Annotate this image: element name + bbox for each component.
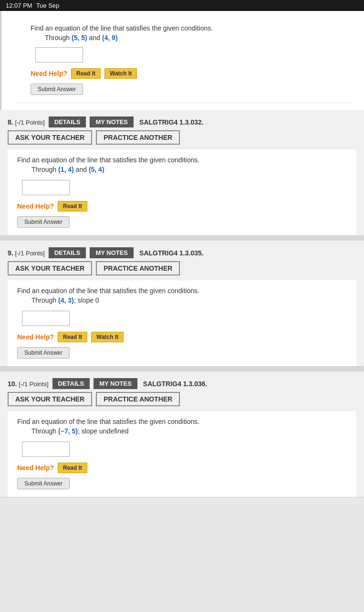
- q8-question-text: Find an equation of the line that satisf…: [17, 156, 347, 164]
- question-block-9: 9. [-/1 Points] DETAILS MY NOTES SALGTRI…: [0, 241, 364, 367]
- q10-read-it-button[interactable]: Read It: [58, 463, 87, 473]
- q9-need-help-label: Need Help?: [17, 333, 54, 341]
- q8-number: 8. [-/1 Points]: [8, 118, 45, 126]
- q8-submit-button[interactable]: Submit Answer: [17, 216, 70, 228]
- q9-my-notes-button[interactable]: MY NOTES: [90, 247, 134, 258]
- q9-details-button[interactable]: DETAILS: [49, 247, 86, 258]
- q8-through-text: Through (1, 4) and (5, 4): [31, 166, 347, 173]
- q9-read-it-button[interactable]: Read It: [58, 332, 87, 342]
- status-bar: 12:07 PM Tue Sep: [0, 0, 364, 11]
- q9-salgtrig: SALGTRIG4 1.3.035.: [139, 249, 204, 257]
- q8-my-notes-button[interactable]: MY NOTES: [90, 116, 134, 127]
- q8-answer-input[interactable]: [22, 180, 70, 195]
- q9-watch-it-button[interactable]: Watch It: [91, 332, 124, 342]
- prev-question-text: Find an equation of the line that satisf…: [31, 24, 338, 32]
- q10-salgtrig: SALGTRIG4 1.3.036.: [143, 380, 208, 388]
- q10-through-text: Through (−7, 5); slope undefined: [31, 427, 347, 435]
- prev-read-it-button[interactable]: Read It: [71, 68, 101, 79]
- q10-question-text: Find an equation of the line that satisf…: [17, 418, 347, 425]
- q10-practice-another-button[interactable]: PRACTICE ANOTHER: [96, 392, 180, 406]
- q9-submit-button[interactable]: Submit Answer: [17, 347, 70, 359]
- q9-ask-teacher-button[interactable]: ASK YOUR TEACHER: [8, 261, 92, 275]
- prev-watch-it-button[interactable]: Watch It: [104, 68, 137, 79]
- prev-answer-input[interactable]: [35, 47, 83, 63]
- q9-answer-input[interactable]: [22, 311, 70, 326]
- q9-number: 9. [-/1 Points]: [8, 249, 45, 257]
- q10-answer-input[interactable]: [22, 442, 70, 457]
- q9-practice-another-button[interactable]: PRACTICE ANOTHER: [96, 261, 180, 275]
- q10-need-help-label: Need Help?: [17, 464, 54, 472]
- q10-submit-button[interactable]: Submit Answer: [17, 478, 70, 489]
- q8-details-button[interactable]: DETAILS: [49, 116, 86, 127]
- q8-read-it-button[interactable]: Read It: [58, 201, 87, 211]
- q9-question-text: Find an equation of the line that satisf…: [17, 287, 347, 295]
- prev-submit-button[interactable]: Submit Answer: [31, 84, 83, 95]
- prev-through-text: Through (5, 5) and (4, 9): [45, 34, 338, 42]
- q10-my-notes-button[interactable]: MY NOTES: [94, 378, 137, 389]
- day: Tue Sep: [36, 2, 60, 9]
- prev-need-help-label: Need Help?: [31, 70, 67, 77]
- prev-question-section: Find an equation of the line that satisf…: [0, 11, 364, 110]
- q8-practice-another-button[interactable]: PRACTICE ANOTHER: [96, 130, 180, 145]
- q9-through-text: Through (4, 3); slope 0: [31, 296, 347, 304]
- q10-ask-teacher-button[interactable]: ASK YOUR TEACHER: [8, 392, 92, 406]
- q8-salgtrig: SALGTRIG4 1.3.032.: [139, 118, 204, 126]
- time: 12:07 PM: [6, 2, 32, 9]
- q10-number: 10. [-/1 Points]: [8, 380, 49, 388]
- q8-need-help-label: Need Help?: [17, 202, 54, 210]
- q8-ask-teacher-button[interactable]: ASK YOUR TEACHER: [8, 130, 92, 145]
- question-block-8: 8. [-/1 Points] DETAILS MY NOTES SALGTRI…: [0, 110, 364, 236]
- question-block-10: 10. [-/1 Points] DETAILS MY NOTES SALGTR…: [0, 371, 364, 497]
- q10-details-button[interactable]: DETAILS: [52, 378, 90, 389]
